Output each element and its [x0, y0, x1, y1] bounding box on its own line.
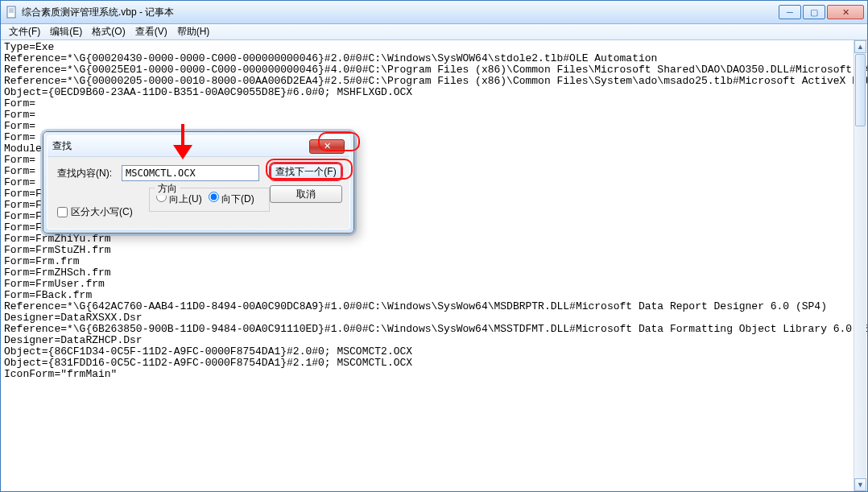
app-icon [6, 6, 19, 19]
find-input[interactable] [122, 165, 259, 181]
dialog-inner: 查找 ✕ 查找内容(N): 区分大小写(C) 方向 向上(U) [47, 135, 350, 229]
titlebar[interactable]: 综合素质测评管理系统.vbp - 记事本 ─ ▢ ✕ [1, 1, 867, 24]
content-area: Type=Exe Reference=*\G{00020430-0000-000… [1, 40, 867, 491]
find-dialog[interactable]: 查找 ✕ 查找内容(N): 区分大小写(C) 方向 向上(U) [43, 131, 354, 234]
menu-edit[interactable]: 编辑(E) [45, 24, 87, 39]
notepad-window: 综合素质测评管理系统.vbp - 记事本 ─ ▢ ✕ 文件(F) 编辑(E) 格… [0, 0, 868, 492]
match-case-checkbox[interactable] [57, 207, 68, 217]
direction-down-label: 向下(D) [221, 193, 254, 205]
find-next-button[interactable]: 查找下一个(F) [270, 163, 342, 180]
maximize-button[interactable]: ▢ [803, 5, 825, 19]
dialog-close-button[interactable]: ✕ [309, 139, 345, 154]
dialog-titlebar[interactable]: 查找 ✕ [48, 136, 349, 157]
menubar: 文件(F) 编辑(E) 格式(O) 查看(V) 帮助(H) [1, 24, 867, 40]
window-title: 综合素质测评管理系统.vbp - 记事本 [22, 6, 779, 19]
menu-view[interactable]: 查看(V) [130, 24, 172, 39]
menu-help[interactable]: 帮助(H) [172, 24, 215, 39]
scroll-up-button[interactable]: ▲ [854, 40, 866, 53]
dialog-title: 查找 [52, 139, 309, 153]
scroll-thumb[interactable] [855, 54, 866, 126]
menu-file[interactable]: 文件(F) [4, 24, 45, 39]
scroll-down-button[interactable]: ▼ [854, 478, 866, 491]
direction-down[interactable]: 向下(D) [209, 192, 254, 206]
direction-legend: 方向 [155, 182, 180, 196]
match-case-label: 区分大小写(C) [71, 205, 133, 219]
dialog-body: 查找内容(N): 区分大小写(C) 方向 向上(U) 向下(D) [48, 157, 349, 229]
menu-format[interactable]: 格式(O) [87, 24, 130, 39]
dialog-chrome: 查找 ✕ 查找内容(N): 区分大小写(C) 方向 向上(U) [43, 132, 353, 233]
window-buttons: ─ ▢ ✕ [779, 5, 864, 19]
cancel-button[interactable]: 取消 [270, 185, 342, 203]
minimize-button[interactable]: ─ [779, 5, 801, 19]
find-label: 查找内容(N): [57, 167, 122, 180]
direction-group: 方向 向上(U) 向下(D) [149, 188, 270, 212]
vertical-scrollbar[interactable]: ▲ ▼ [854, 40, 866, 491]
close-button[interactable]: ✕ [827, 5, 864, 19]
